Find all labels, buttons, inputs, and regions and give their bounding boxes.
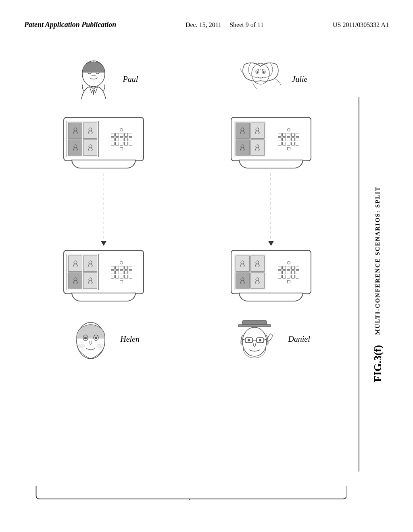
- svg-point-59: [259, 339, 261, 341]
- h-screen-cell-4: [83, 272, 97, 289]
- paul-phone-handle: [71, 160, 136, 168]
- svg-point-17: [89, 145, 92, 148]
- h-small-sq: [120, 280, 123, 283]
- svg-point-12: [73, 131, 77, 134]
- julie-phone: [231, 117, 311, 171]
- j-screen-cell-1: [236, 123, 250, 139]
- h-screen-cell-1: [68, 256, 82, 272]
- paul-phone-controls: [99, 128, 141, 150]
- j-screen-cell-2: [250, 123, 265, 139]
- svg-point-40: [240, 281, 244, 284]
- d-phone-dot: [287, 261, 290, 264]
- j-phone-dot: [287, 128, 290, 131]
- helen-phone: [63, 250, 144, 304]
- svg-point-26: [255, 148, 259, 151]
- publication-date-sheet: Dec. 15, 2011 Sheet 9 of 11: [186, 20, 263, 30]
- daniel-name-label: Daniel: [288, 335, 310, 344]
- bottom-bracket-group: [32, 484, 346, 500]
- d-screen-cell-3: [236, 272, 250, 289]
- helen-phone-controls: [99, 261, 141, 283]
- publication-title: Patent Application Publication: [24, 20, 116, 29]
- svg-point-41: [256, 278, 259, 281]
- svg-point-46: [84, 337, 87, 339]
- h-phone-dot: [120, 261, 123, 264]
- svg-point-18: [88, 148, 92, 151]
- d-screen-cell-1: [236, 256, 250, 272]
- svg-point-25: [256, 145, 259, 148]
- phone-button-grid: [111, 133, 132, 145]
- figure-label: FIG.3(f): [372, 345, 384, 382]
- paul-name-label: Paul: [123, 75, 138, 84]
- j-phone-small-square: [287, 147, 290, 150]
- paul-phone-device: [63, 117, 144, 161]
- helen-face-illustration: [65, 318, 117, 367]
- screen-cell-3: [68, 139, 82, 156]
- svg-point-15: [74, 145, 77, 148]
- helen-name-label: Helen: [120, 335, 140, 344]
- d-small-sq: [287, 280, 290, 283]
- d-screen-cell-2: [250, 256, 265, 272]
- h-screen-cell-2: [83, 256, 97, 272]
- phone-indicator-dot: [120, 128, 123, 131]
- svg-point-35: [241, 261, 244, 264]
- svg-point-10: [263, 71, 265, 73]
- svg-point-38: [255, 264, 259, 267]
- svg-point-34: [88, 281, 92, 284]
- d-phone-grid: [278, 266, 299, 278]
- svg-line-57: [264, 339, 266, 340]
- helen-person: Helen: [65, 318, 140, 367]
- svg-point-36: [240, 264, 244, 267]
- pub-date: Dec. 15, 2011: [186, 21, 221, 28]
- svg-point-11: [74, 128, 77, 131]
- svg-point-27: [74, 261, 77, 264]
- right-arrow: [268, 173, 274, 246]
- h-screen-cell-3: [68, 272, 82, 289]
- svg-point-28: [73, 264, 77, 267]
- left-arrow: [101, 173, 106, 246]
- svg-point-32: [73, 281, 77, 284]
- j-screen-cell-3: [236, 139, 250, 156]
- julie-phone-handle: [239, 160, 303, 168]
- helen-phone-device: [63, 250, 144, 294]
- patent-number: US 2011/0305332 A1: [333, 20, 389, 30]
- julie-phone-device: [231, 117, 311, 161]
- svg-point-33: [89, 278, 92, 281]
- daniel-phone: [231, 250, 311, 304]
- helen-phone-screen: [67, 254, 99, 290]
- svg-point-24: [240, 148, 244, 151]
- julie-phone-screen: [234, 121, 266, 157]
- svg-point-23: [241, 145, 244, 148]
- svg-point-39: [241, 278, 244, 281]
- svg-point-42: [255, 281, 259, 284]
- daniel-face-illustration: [228, 318, 285, 367]
- svg-point-49: [97, 344, 103, 348]
- svg-point-37: [256, 261, 259, 264]
- daniel-phone-screen: [234, 254, 266, 290]
- daniel-phone-handle: [239, 293, 303, 301]
- svg-point-13: [89, 128, 92, 131]
- svg-point-9: [257, 71, 258, 73]
- svg-point-22: [255, 131, 259, 134]
- paul-phone: [63, 117, 144, 171]
- j-phone-grid: [278, 133, 299, 145]
- screen-cell-1: [68, 123, 82, 139]
- patent-page: Patent Application Publication Dec. 15, …: [0, 0, 413, 532]
- sheet-info: Sheet 9 of 11: [229, 21, 263, 28]
- j-screen-cell-4: [250, 139, 265, 156]
- paul-phone-screen: [67, 121, 99, 157]
- bottom-bracket-svg: [32, 484, 346, 500]
- daniel-phone-controls: [266, 261, 308, 283]
- figure-subtitle: MULTI-CONFERENCE SCENARIOS: SPLIT: [374, 186, 381, 335]
- julie-person: Julie: [232, 58, 308, 111]
- screen-cell-4: [83, 139, 97, 156]
- daniel-person: Daniel: [228, 318, 310, 367]
- svg-point-29: [89, 261, 92, 264]
- julie-phone-controls: [266, 128, 308, 150]
- svg-point-19: [241, 128, 244, 131]
- svg-point-30: [88, 264, 92, 267]
- svg-point-58: [248, 339, 250, 341]
- julie-face-illustration: [232, 58, 289, 111]
- h-phone-grid: [111, 266, 132, 278]
- paul-person: Paul: [67, 58, 138, 111]
- daniel-phone-device: [231, 250, 311, 294]
